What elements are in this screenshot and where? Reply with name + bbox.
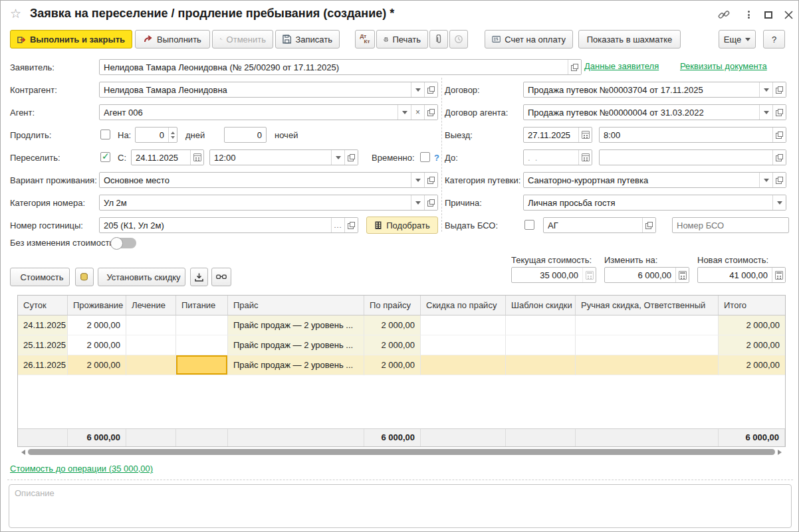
lodging-option-field[interactable]: [99, 172, 438, 188]
execute-button[interactable]: Выполнить: [135, 30, 210, 48]
open-icon[interactable]: [344, 218, 358, 232]
until-time-field[interactable]: [599, 149, 786, 165]
history-button[interactable]: [449, 30, 468, 48]
table-cell[interactable]: 2 000,00: [364, 335, 421, 355]
dropdown-icon[interactable]: [759, 105, 772, 120]
relocate-date-input[interactable]: [132, 150, 190, 165]
table-cell[interactable]: 26.11.2025: [18, 355, 68, 375]
table-cell[interactable]: [506, 315, 576, 335]
relocate-checkbox[interactable]: [100, 152, 110, 162]
bso-checkbox[interactable]: [524, 220, 534, 230]
table-cell[interactable]: 25.11.2025: [18, 335, 68, 355]
bso-series-input[interactable]: [544, 218, 642, 232]
invoice-button[interactable]: Счет на оплату: [485, 30, 573, 48]
scrollbar-thumb[interactable]: [28, 449, 775, 455]
maximize-icon[interactable]: [760, 7, 777, 22]
table-cell[interactable]: [176, 335, 228, 355]
column-header[interactable]: Суток: [18, 296, 68, 315]
calendar-icon[interactable]: [578, 128, 592, 142]
view-mode-button[interactable]: [211, 268, 231, 286]
counterparty-field[interactable]: [99, 82, 438, 98]
close-icon[interactable]: [780, 7, 797, 22]
dropdown-icon[interactable]: [759, 82, 772, 97]
dropdown-icon[interactable]: [398, 105, 411, 120]
agent-input[interactable]: [100, 105, 398, 120]
dt-kt-button[interactable]: ДтКт: [355, 30, 375, 48]
prolong-days-field[interactable]: [135, 127, 177, 143]
scroll-right-icon[interactable]: [778, 450, 784, 455]
until-time-input[interactable]: [600, 150, 772, 165]
print-button[interactable]: Печать: [376, 30, 428, 48]
get-link-icon[interactable]: [715, 7, 733, 22]
description-textarea[interactable]: [9, 484, 792, 528]
document-details-link[interactable]: Реквизиты документа: [680, 61, 767, 71]
attachments-button[interactable]: [429, 30, 448, 48]
column-header[interactable]: Ручная скидка, Ответственный: [576, 296, 719, 315]
execute-and-close-button[interactable]: Выполнить и закрыть: [10, 30, 132, 48]
temporary-checkbox[interactable]: [420, 152, 430, 162]
table-cell[interactable]: Прайс продаж — 2 уровень ...: [228, 315, 364, 335]
table-cell[interactable]: [176, 315, 228, 335]
open-icon[interactable]: [568, 60, 581, 74]
open-icon[interactable]: [772, 173, 786, 187]
counterparty-input[interactable]: [100, 82, 411, 97]
applicant-input[interactable]: [100, 60, 568, 74]
pre-operation-cost-link[interactable]: Стоимость до операции (35 000,00): [10, 464, 153, 474]
column-header[interactable]: Питание: [176, 296, 228, 315]
calendar-icon[interactable]: [578, 150, 592, 165]
column-header[interactable]: Проживание: [68, 296, 126, 315]
show-in-chessboard-button[interactable]: Показать в шахматке: [578, 30, 681, 48]
departure-time-field[interactable]: [599, 127, 786, 143]
open-icon[interactable]: [424, 195, 437, 210]
save-button[interactable]: Записать: [275, 30, 340, 48]
dropdown-icon[interactable]: [772, 195, 786, 210]
reason-field[interactable]: [523, 195, 786, 211]
open-icon[interactable]: [424, 82, 437, 97]
table-cell[interactable]: Прайс продаж — 2 уровень ...: [228, 355, 364, 375]
no-price-change-toggle[interactable]: [111, 238, 136, 248]
prolong-checkbox[interactable]: [100, 130, 110, 139]
nights-input[interactable]: [225, 128, 266, 142]
table-cell[interactable]: 2 000,00: [68, 335, 126, 355]
table-cell[interactable]: [576, 335, 719, 355]
table-empty-area[interactable]: [18, 375, 785, 428]
table-cell[interactable]: [126, 335, 176, 355]
until-date-field[interactable]: [523, 149, 592, 165]
until-date-input[interactable]: [524, 150, 578, 165]
cancel-button[interactable]: Отменить: [212, 30, 273, 48]
dropdown-icon[interactable]: [411, 195, 424, 210]
departure-date-field[interactable]: [523, 127, 592, 143]
table-cell[interactable]: 2 000,00: [68, 315, 126, 335]
column-header[interactable]: По прайсу: [364, 296, 421, 315]
column-header[interactable]: Прайс: [228, 296, 364, 315]
table-cell[interactable]: [506, 335, 576, 355]
table-cell[interactable]: 2 000,00: [719, 335, 785, 355]
room-category-field[interactable]: [99, 195, 438, 211]
table-cell[interactable]: 2 000,00: [719, 315, 785, 335]
dropdown-icon[interactable]: [331, 150, 344, 165]
applicant-field[interactable]: [99, 59, 582, 75]
voucher-category-input[interactable]: [524, 173, 759, 187]
scroll-left-icon[interactable]: [19, 450, 25, 455]
hotel-room-field[interactable]: ...: [99, 217, 358, 233]
table-cell[interactable]: [421, 355, 506, 375]
relocate-time-input[interactable]: [210, 150, 331, 165]
table-cell[interactable]: [126, 315, 176, 335]
table-cell[interactable]: 24.11.2025: [18, 315, 68, 335]
help-button[interactable]: ?: [763, 30, 785, 48]
open-icon[interactable]: [772, 82, 786, 97]
table-cell[interactable]: [126, 355, 176, 375]
dropdown-icon[interactable]: [411, 173, 424, 187]
relocate-date-field[interactable]: [131, 149, 204, 165]
cost-refresh-button[interactable]: Стоимость: [10, 268, 70, 286]
days-input[interactable]: [136, 128, 168, 142]
dropdown-icon[interactable]: [411, 82, 424, 97]
voucher-category-field[interactable]: [523, 172, 786, 188]
table-cell[interactable]: Прайс продаж — 2 уровень ...: [228, 335, 364, 355]
reason-input[interactable]: [524, 195, 772, 210]
departure-date-input[interactable]: [524, 128, 578, 142]
applicant-data-link[interactable]: Данные заявителя: [584, 61, 659, 71]
table-cell[interactable]: [506, 355, 576, 375]
bso-number-field[interactable]: [672, 217, 789, 233]
open-icon[interactable]: [772, 128, 786, 142]
